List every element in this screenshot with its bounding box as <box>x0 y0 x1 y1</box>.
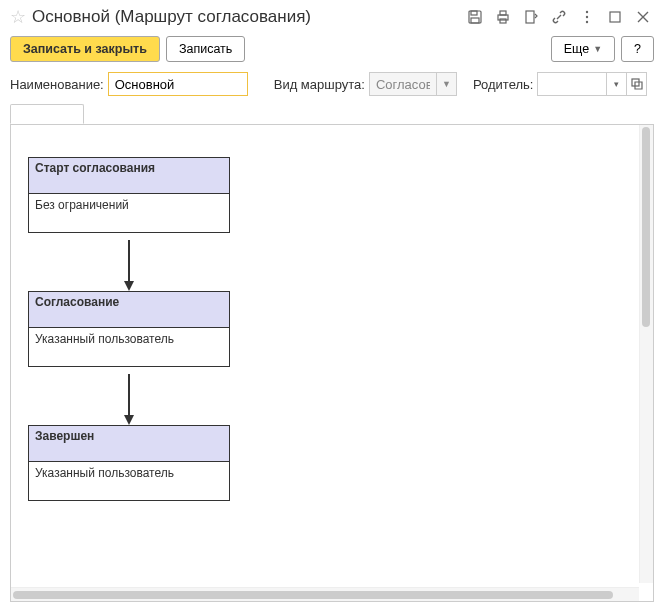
svg-point-9 <box>586 21 588 23</box>
more-button-label: Еще <box>564 42 589 56</box>
page-title: Основной (Маршрут согласования) <box>32 7 311 27</box>
svg-rect-6 <box>526 11 534 23</box>
name-label: Наименование: <box>10 77 104 92</box>
node-body: Указанный пользователь <box>29 462 229 500</box>
horizontal-scrollbar[interactable] <box>11 587 639 601</box>
svg-point-8 <box>586 16 588 18</box>
diagram-canvas[interactable]: Старт согласования Без ограничений Согла… <box>10 124 654 602</box>
parent-dropdown-icon[interactable]: ▾ <box>607 72 627 96</box>
route-type-dropdown-icon[interactable]: ▼ <box>437 72 457 96</box>
node-approval[interactable]: Согласование Указанный пользователь <box>28 291 230 367</box>
link-icon[interactable] <box>548 6 570 28</box>
svg-rect-2 <box>471 18 479 23</box>
route-type-input[interactable] <box>369 72 437 96</box>
save-button[interactable]: Записать <box>166 36 245 62</box>
node-title: Согласование <box>29 292 229 328</box>
parent-input[interactable] <box>537 72 607 96</box>
save-icon[interactable] <box>464 6 486 28</box>
type-label: Вид маршрута: <box>274 77 365 92</box>
save-and-close-button[interactable]: Записать и закрыть <box>10 36 160 62</box>
node-complete[interactable]: Завершен Указанный пользователь <box>28 425 230 501</box>
connector-arrow <box>128 374 130 417</box>
node-title: Старт согласования <box>29 158 229 194</box>
chevron-down-icon: ▼ <box>593 44 602 54</box>
node-body: Без ограничений <box>29 194 229 232</box>
print-icon[interactable] <box>492 6 514 28</box>
scrollbar-thumb[interactable] <box>13 591 613 599</box>
svg-rect-4 <box>500 11 506 15</box>
vertical-scrollbar[interactable] <box>639 125 653 583</box>
node-start[interactable]: Старт согласования Без ограничений <box>28 157 230 233</box>
connector-arrow <box>128 240 130 283</box>
svg-rect-1 <box>471 11 477 15</box>
more-vertical-icon[interactable] <box>576 6 598 28</box>
svg-point-7 <box>586 11 588 13</box>
parent-open-icon[interactable] <box>627 72 647 96</box>
svg-rect-10 <box>610 12 620 22</box>
help-button[interactable]: ? <box>621 36 654 62</box>
node-body: Указанный пользователь <box>29 328 229 366</box>
arrow-head-icon <box>124 281 134 291</box>
close-icon[interactable] <box>632 6 654 28</box>
tab-diagram[interactable] <box>10 104 84 124</box>
scrollbar-thumb[interactable] <box>642 127 650 327</box>
maximize-icon[interactable] <box>604 6 626 28</box>
node-title: Завершен <box>29 426 229 462</box>
parent-label: Родитель: <box>473 77 533 92</box>
document-icon[interactable] <box>520 6 542 28</box>
arrow-head-icon <box>124 415 134 425</box>
favorite-star-icon[interactable]: ☆ <box>10 6 26 28</box>
more-button[interactable]: Еще ▼ <box>551 36 615 62</box>
name-input[interactable] <box>108 72 248 96</box>
